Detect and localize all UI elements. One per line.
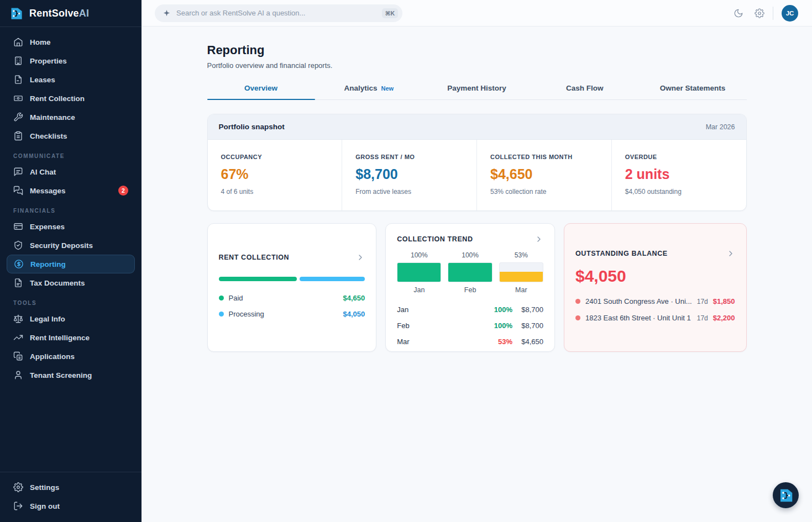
metric-value: 67%: [221, 166, 329, 182]
file-text-icon: [13, 278, 23, 288]
sidebar-item-properties[interactable]: Properties: [7, 51, 135, 70]
sidebar-item-ai-chat[interactable]: AI Chat: [7, 162, 135, 181]
trend-row-mar: Mar 53% $4,650: [397, 334, 543, 350]
wrench-icon: [13, 112, 23, 122]
trend-row-feb: Feb 100% $8,700: [397, 318, 543, 334]
outstanding-row[interactable]: 2401 South Congress Ave · Uni... 17d $1,…: [575, 293, 735, 310]
new-badge: New: [381, 85, 394, 92]
tab-overview[interactable]: Overview: [207, 84, 315, 99]
sidebar-item-reporting[interactable]: Reporting: [7, 255, 135, 273]
building-icon: [13, 56, 23, 66]
sidebar-item-label: Checklists: [30, 132, 67, 140]
sidebar-item-label: Tax Documents: [30, 279, 85, 287]
sidebar-item-label: Sign out: [30, 502, 60, 510]
sidebar-section-communicate: COMMUNICATE: [7, 145, 135, 162]
tab-payment-history[interactable]: Payment History: [423, 84, 531, 99]
home-icon: [13, 37, 23, 47]
sidebar-item-sign-out[interactable]: Sign out: [7, 497, 135, 515]
brand-logo[interactable]: RentSolveAI: [0, 0, 142, 27]
chevron-right-icon[interactable]: [535, 235, 543, 244]
sidebar-item-rent-intelligence[interactable]: Rent Intelligence: [7, 328, 135, 347]
avatar[interactable]: JC: [782, 5, 798, 22]
shield-check-icon: [13, 240, 23, 250]
sidebar-item-label: Expenses: [30, 223, 65, 231]
sidebar-item-expenses[interactable]: Expenses: [7, 217, 135, 236]
sidebar-item-security-deposits[interactable]: Security Deposits: [7, 236, 135, 255]
brand-name: RentSolveAI: [29, 8, 89, 19]
sparkle-icon: [163, 9, 171, 17]
bar-fill: [448, 263, 491, 282]
tab-owner-statements[interactable]: Owner Statements: [638, 84, 746, 99]
banknote-icon: [13, 93, 23, 103]
chevron-right-icon[interactable]: [726, 249, 735, 258]
trend-row-jan: Jan 100% $8,700: [397, 302, 543, 318]
page-subtitle: Portfolio overview and financial reports…: [207, 61, 747, 70]
sidebar-item-tenant-screening[interactable]: Tenant Screening: [7, 366, 135, 384]
outstanding-balance-title: OUTSTANDING BALANCE: [575, 250, 668, 257]
rent-collection-title: RENT COLLECTION: [219, 254, 290, 261]
metric-collected: COLLECTED THIS MONTH $4,650 53% collecti…: [476, 140, 611, 210]
messages-unread-badge: 2: [118, 186, 128, 196]
search-shortcut-badge: ⌘K: [382, 8, 398, 18]
collection-trend-chart: 100% Jan 100% Feb 53%: [397, 251, 543, 294]
sidebar-item-maintenance[interactable]: Maintenance: [7, 108, 135, 126]
metric-value: $8,700: [355, 166, 463, 182]
sidebar-item-label: Home: [30, 38, 51, 46]
credit-card-icon: [13, 222, 23, 231]
sidebar-item-label: Rent Intelligence: [30, 334, 90, 342]
topbar-actions: JC: [734, 5, 798, 22]
rent-collection-row-paid: Paid $4,650: [219, 290, 365, 306]
sidebar-item-label: Legal Info: [30, 315, 65, 323]
paid-amount: $4,650: [343, 294, 365, 302]
sidebar-item-label: Leases: [30, 76, 55, 84]
sidebar-item-label: Properties: [30, 57, 67, 65]
sidebar-item-label: Applications: [30, 352, 75, 361]
sidebar-item-label: AI Chat: [30, 168, 56, 176]
metric-overdue: OVERDUE 2 units $4,050 outstanding: [611, 140, 746, 210]
sidebar-item-tax-documents[interactable]: Tax Documents: [7, 273, 135, 292]
sidebar-item-applications[interactable]: Applications: [7, 347, 135, 366]
logout-icon: [13, 501, 23, 511]
trending-up-icon: [13, 333, 23, 342]
metric-value: 2 units: [625, 166, 733, 182]
topbar-divider: [773, 7, 773, 20]
tab-cash-flow[interactable]: Cash Flow: [531, 84, 638, 99]
trend-bar-feb: 100% Feb: [448, 251, 492, 294]
page-content: Reporting Portfolio overview and financi…: [142, 27, 812, 522]
metric-occupancy: OCCUPANCY 67% 4 of 6 units: [208, 140, 342, 210]
ai-assistant-button[interactable]: [773, 482, 799, 508]
brand-logo-icon: [9, 6, 24, 21]
chat-bubble-icon: [13, 167, 23, 177]
settings-icon-button[interactable]: [755, 8, 764, 18]
snapshot-title: Portfolio snapshot: [219, 123, 285, 131]
sidebar-item-settings[interactable]: Settings: [7, 478, 135, 497]
sidebar-item-home[interactable]: Home: [7, 33, 135, 51]
sidebar-item-label: Tenant Screening: [30, 371, 92, 379]
file-icon: [13, 75, 23, 85]
sidebar-item-legal-info[interactable]: Legal Info: [7, 309, 135, 328]
outstanding-row[interactable]: 1823 East 6th Street · Unit Unit 1 17d $…: [575, 310, 735, 326]
sidebar-item-rent-collection[interactable]: Rent Collection: [7, 89, 135, 108]
sidebar-section-tools: TOOLS: [7, 292, 135, 309]
dark-mode-toggle[interactable]: [734, 8, 743, 18]
user-icon: [13, 370, 23, 380]
search-placeholder: Search or ask RentSolve AI a question...: [176, 9, 376, 17]
progress-paid-segment: [219, 277, 297, 281]
tab-analytics[interactable]: AnalyticsNew: [315, 84, 423, 99]
processing-dot: [219, 312, 224, 317]
copy-icon: [13, 351, 23, 361]
sidebar-section-financials: FINANCIALS: [7, 200, 135, 217]
sidebar-item-messages[interactable]: Messages 2: [7, 181, 135, 200]
collection-trend-card: COLLECTION TREND 100% Jan 100%: [385, 223, 555, 352]
clipboard-icon: [13, 131, 23, 141]
report-tabs: Overview AnalyticsNew Payment History Ca…: [207, 84, 747, 100]
paid-dot: [219, 296, 224, 300]
sidebar-item-checklists[interactable]: Checklists: [7, 126, 135, 145]
gear-icon: [13, 482, 23, 492]
overdue-dot: [575, 315, 580, 320]
sidebar-item-label: Messages: [30, 187, 66, 195]
chevron-right-icon[interactable]: [356, 253, 365, 262]
sidebar-item-leases[interactable]: Leases: [7, 70, 135, 89]
search-input[interactable]: Search or ask RentSolve AI a question...…: [155, 4, 402, 22]
sidebar-nav: Home Properties Leases Rent Collection M…: [0, 27, 142, 472]
